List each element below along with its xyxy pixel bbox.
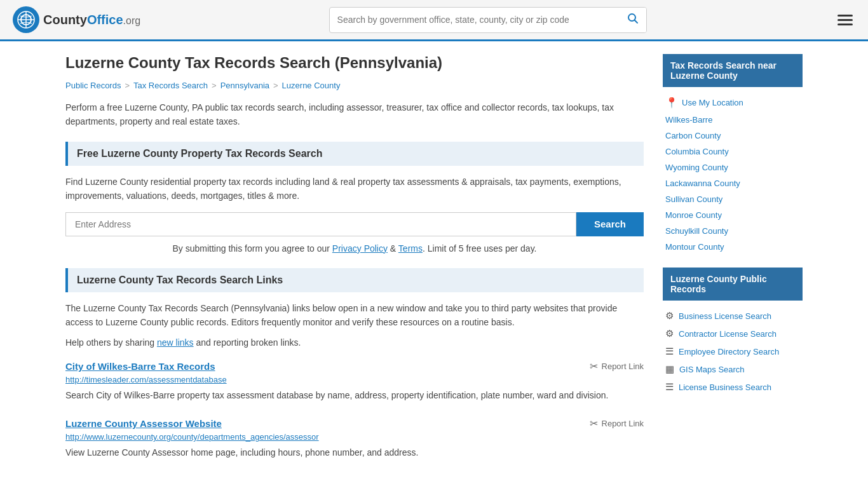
sidebar-nearby-section: Tax Records Search near Luzerne County 📍… [663, 54, 803, 255]
property-tax-heading: Free Luzerne County Property Tax Records… [65, 142, 644, 166]
sidebar-public-records-title: Luzerne County Public Records [663, 268, 803, 301]
use-my-location-link[interactable]: Use My Location [682, 98, 743, 107]
terms-link[interactable]: Terms [398, 243, 423, 254]
sidebar-nearby-title: Tax Records Search near Luzerne County [663, 54, 803, 87]
site-header: CountyOffice.org [0, 0, 868, 41]
sidebar-pub-contractor-license[interactable]: ⚙ Contractor License Search [663, 325, 803, 342]
list-icon-1: ☰ [665, 346, 674, 357]
sidebar-item-sullivan-county[interactable]: Sullivan County [663, 191, 803, 207]
page-container: Luzerne County Tax Records Search (Penns… [53, 41, 815, 488]
breadcrumb-link-tax-records[interactable]: Tax Records Search [133, 81, 208, 90]
record-link-0-title[interactable]: City of Wilkes-Barre Tax Records [65, 361, 215, 372]
sidebar-public-records-section: Luzerne County Public Records ⚙ Business… [663, 268, 803, 396]
sidebar-item-wyoming-county[interactable]: Wyoming County [663, 159, 803, 175]
logo-text: CountyOffice.org [43, 13, 140, 27]
logo: CountyOffice.org [13, 6, 140, 33]
logo-icon [13, 6, 39, 33]
report-link-1[interactable]: ✂ Report Link [590, 417, 644, 430]
record-link-0: City of Wilkes-Barre Tax Records ✂ Repor… [65, 360, 644, 402]
gear-icon-2: ⚙ [665, 328, 674, 339]
breadcrumb-sep-2: > [212, 81, 217, 90]
location-icon: 📍 [665, 97, 678, 109]
list-icon-2: ☰ [665, 381, 674, 393]
page-title: Luzerne County Tax Records Search (Penns… [65, 54, 644, 72]
links-section: Luzerne County Tax Records Search Links … [65, 268, 644, 460]
sidebar-item-columbia-county[interactable]: Columbia County [663, 144, 803, 159]
record-link-0-desc: Search City of Wilkes-Barre property tax… [65, 388, 644, 402]
record-link-0-header: City of Wilkes-Barre Tax Records ✂ Repor… [65, 360, 644, 372]
main-content: Luzerne County Tax Records Search (Penns… [65, 54, 644, 475]
report-icon-1: ✂ [590, 417, 598, 430]
page-description: Perform a free Luzerne County, PA public… [65, 100, 644, 129]
sidebar-item-carbon-county[interactable]: Carbon County [663, 128, 803, 144]
new-links-link[interactable]: new links [157, 337, 194, 348]
sidebar-pub-license-business[interactable]: ☰ License Business Search [663, 378, 803, 396]
breadcrumb-link-luzerne[interactable]: Luzerne County [282, 81, 341, 90]
sidebar: Tax Records Search near Luzerne County 📍… [663, 54, 803, 475]
record-link-1-title[interactable]: Luzerne County Assessor Website [65, 418, 222, 429]
breadcrumb-sep-1: > [125, 81, 130, 90]
address-search-button[interactable]: Search [576, 212, 644, 236]
record-link-1-desc: View Luzerne County Assessor home page, … [65, 445, 644, 459]
links-intro: The Luzerne County Tax Records Search (P… [65, 301, 644, 330]
share-text: Help others by sharing new links and rep… [65, 337, 644, 348]
sidebar-item-montour-county[interactable]: Montour County [663, 239, 803, 255]
global-search-bar [329, 7, 647, 33]
record-link-1-header: Luzerne County Assessor Website ✂ Report… [65, 417, 644, 430]
sidebar-pub-employee-directory[interactable]: ☰ Employee Directory Search [663, 342, 803, 360]
breadcrumb-link-pennsylvania[interactable]: Pennsylvania [220, 81, 269, 90]
global-search-button[interactable] [620, 8, 646, 32]
record-link-0-url[interactable]: http://timesleader.com/assessmentdatabas… [65, 375, 644, 384]
sidebar-item-lackawanna-county[interactable]: Lackawanna County [663, 175, 803, 191]
hamburger-menu[interactable] [835, 12, 855, 28]
address-search-bar: Search [65, 212, 644, 236]
sidebar-use-location[interactable]: 📍 Use My Location [663, 93, 803, 112]
gear-icon-1: ⚙ [665, 310, 674, 322]
sidebar-item-schuylkill-county[interactable]: Schuylkill County [663, 223, 803, 239]
report-icon-0: ✂ [590, 360, 598, 372]
report-link-0[interactable]: ✂ Report Link [590, 360, 644, 372]
breadcrumb-link-public-records[interactable]: Public Records [65, 81, 121, 90]
sidebar-pub-business-license[interactable]: ⚙ Business License Search [663, 307, 803, 325]
map-icon: ▦ [665, 363, 674, 375]
links-section-heading: Luzerne County Tax Records Search Links [65, 268, 644, 292]
sidebar-pub-gis-maps[interactable]: ▦ GIS Maps Search [663, 360, 803, 378]
address-search-input[interactable] [65, 212, 576, 236]
svg-line-5 [634, 20, 637, 23]
record-link-1-url[interactable]: http://www.luzernecounty.org/county/depa… [65, 432, 644, 442]
global-search-input[interactable] [330, 10, 620, 30]
form-note: By submitting this form you agree to our… [65, 241, 644, 255]
breadcrumb-sep-3: > [273, 81, 278, 90]
sidebar-item-wilkes-barre[interactable]: Wilkes-Barre [663, 112, 803, 128]
privacy-policy-link[interactable]: Privacy Policy [332, 243, 388, 254]
sidebar-item-monroe-county[interactable]: Monroe County [663, 207, 803, 223]
property-tax-section: Free Luzerne County Property Tax Records… [65, 142, 644, 255]
breadcrumb: Public Records > Tax Records Search > Pe… [65, 81, 644, 90]
record-link-1: Luzerne County Assessor Website ✂ Report… [65, 417, 644, 459]
property-tax-description: Find Luzerne County residential property… [65, 175, 644, 203]
